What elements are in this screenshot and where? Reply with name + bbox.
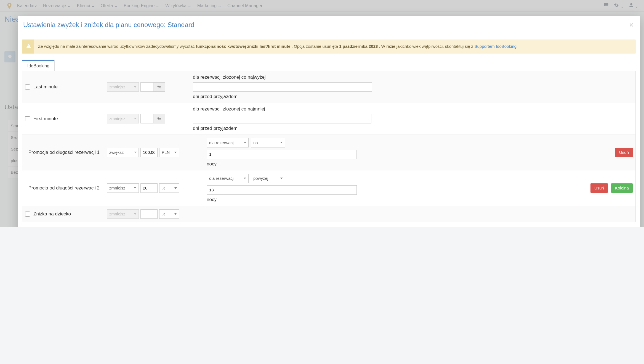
first-minute-label: First minute [33, 116, 58, 122]
last-minute-op-select: zmniejsz [107, 82, 139, 92]
promo1-scope-select[interactable]: dla rezerwacji [207, 138, 249, 147]
last-minute-value-input [140, 82, 153, 92]
promo1-nights-label: nocy [207, 161, 217, 167]
alert-text: . Opcja zostanie usunięta [292, 44, 339, 49]
last-minute-desc: dla rezerwacji złożonej co najwyżej [193, 75, 266, 80]
promo2-scope-select[interactable]: dla rezerwacji [207, 174, 249, 183]
warning-alert: Ze względu na małe zainteresowanie wśród… [22, 39, 636, 54]
promo2-unit-select[interactable]: % [159, 183, 179, 193]
promo2-nights-label: nocy [207, 197, 217, 202]
promo2-label: Promocja od długości rezerwacji 2 [28, 185, 100, 191]
promo1-label: Promocja od długości rezerwacji 1 [28, 150, 100, 155]
child-discount-label: Zniżka na dziecko [33, 211, 71, 217]
alert-text: . [517, 44, 518, 49]
promo2-delete-button[interactable]: Usuń [590, 183, 608, 193]
last-minute-checkbox[interactable] [25, 85, 30, 89]
promo1-delete-button[interactable]: Usuń [615, 148, 633, 157]
last-minute-days-input [193, 82, 372, 92]
alert-text: Ze względu na małe zainteresowanie wśród… [38, 44, 196, 49]
support-link[interactable]: Supportem IdoBooking [474, 44, 517, 49]
promo2-value-input[interactable] [140, 183, 158, 193]
child-discount-value-input[interactable] [140, 209, 158, 219]
last-minute-label: Last minute [33, 84, 58, 90]
promo1-value-input[interactable] [140, 148, 158, 157]
promo2-next-button[interactable]: Kolejna [611, 183, 633, 193]
config-table: Last minute zmniejsz % dla rezerwacji zł… [22, 71, 636, 222]
promo2-cond-select[interactable]: powyżej [251, 174, 285, 183]
promo2-op-select[interactable]: zmniejsz [107, 183, 139, 193]
promo1-cond-select[interactable]: na [251, 138, 285, 147]
alert-bold: 1 października 2023 [339, 44, 378, 49]
promo1-op-select[interactable]: zwiększ [107, 148, 139, 157]
warning-icon [26, 43, 31, 50]
tab-idobooking[interactable]: IdoBooking [22, 60, 55, 71]
promo2-nights-input[interactable] [207, 185, 357, 195]
promo1-unit-select[interactable]: PLN [159, 148, 179, 157]
child-discount-unit-select[interactable]: % [159, 209, 179, 219]
alert-bold: funkcjonalność kwotowej zniżki last/firs… [196, 44, 291, 49]
modal-dialog: Ustawienia zwyżek i zniżek dla planu cen… [18, 16, 640, 227]
promo1-nights-input[interactable] [207, 150, 357, 159]
first-minute-unit: % [153, 114, 165, 123]
first-minute-desc2: dni przed przyjazdem [193, 126, 238, 131]
last-minute-desc2: dni przed przyjazdem [193, 94, 238, 99]
first-minute-days-input [193, 114, 371, 123]
first-minute-op-select: zmniejsz [107, 114, 139, 123]
child-discount-op-select: zmniejsz [107, 209, 139, 219]
alert-text: . W razie jakichkolwiek wątpliwości, sko… [379, 44, 475, 49]
first-minute-value-input [140, 114, 153, 123]
close-icon[interactable]: × [629, 21, 634, 28]
first-minute-desc: dla rezerwacji złożonej co najmniej [193, 106, 265, 112]
child-discount-checkbox[interactable] [25, 212, 30, 217]
modal-title: Ustawienia zwyżek i zniżek dla planu cen… [23, 21, 194, 29]
last-minute-unit: % [153, 82, 165, 92]
first-minute-checkbox[interactable] [25, 116, 30, 121]
